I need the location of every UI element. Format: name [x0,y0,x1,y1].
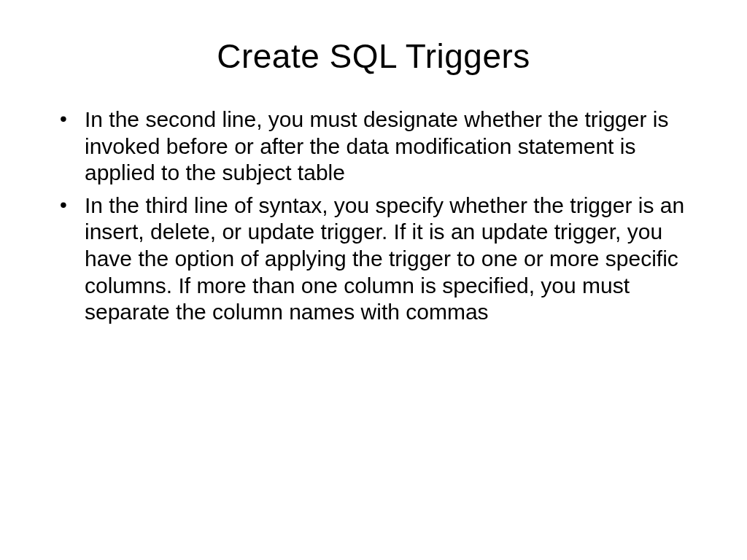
list-item: In the third line of syntax, you specify… [77,192,696,326]
bullet-list: In the second line, you must designate w… [77,106,696,326]
slide-title: Create SQL Triggers [51,36,696,76]
slide-content: In the second line, you must designate w… [51,106,696,326]
list-item: In the second line, you must designate w… [77,106,696,187]
